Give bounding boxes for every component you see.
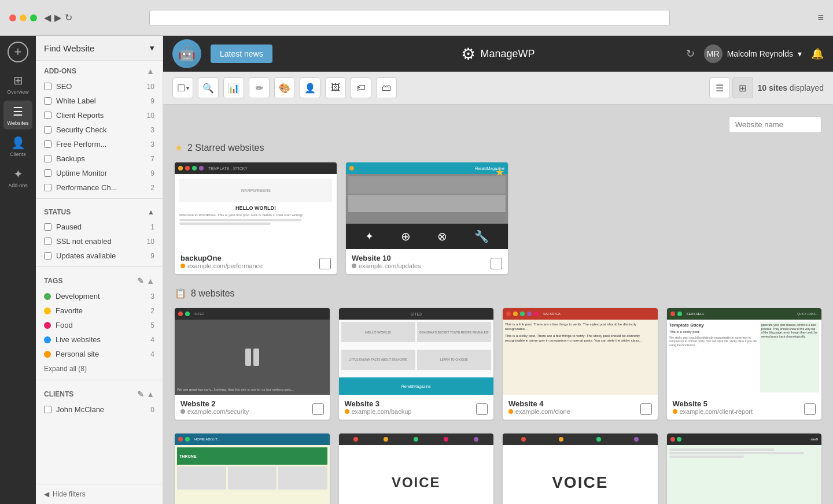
filter-white-label[interactable]: White Label 9 xyxy=(36,94,163,108)
filter-security-check-count: 3 xyxy=(150,126,154,134)
filter-seo-checkbox[interactable] xyxy=(44,83,51,90)
website-card-website2-checkbox[interactable] xyxy=(312,403,324,415)
filter-tag-live-websites[interactable]: Live websites 4 xyxy=(36,332,163,347)
find-website-header[interactable]: Find Website ▾ xyxy=(36,36,163,61)
overlay-tools-icon[interactable]: 🔧 xyxy=(474,229,489,243)
filter-ssl[interactable]: SSL not enabled 10 xyxy=(36,234,163,249)
find-website-label: Find Website xyxy=(44,43,94,53)
filter-tag-personal-site[interactable]: Personal site 4 xyxy=(36,347,163,361)
filter-ssl-checkbox[interactable] xyxy=(44,238,51,245)
tags-edit-icon[interactable]: ✎ xyxy=(137,276,144,286)
maximize-traffic-light[interactable] xyxy=(30,14,37,21)
filter-free-performance[interactable]: Free Perform... 3 xyxy=(36,137,163,151)
website-card-website3-checkbox[interactable] xyxy=(476,403,488,415)
website-card-website8[interactable]: VOICE Website 8 example.com/voice xyxy=(503,433,658,504)
filter-tag-development-count: 3 xyxy=(150,292,154,301)
addons-collapse-icon[interactable]: ▲ xyxy=(146,66,154,76)
add-website-button[interactable]: + xyxy=(8,42,28,62)
user-menu-button[interactable]: MR Malcolm Reynolds ▾ xyxy=(704,45,802,63)
filter-performance-ch[interactable]: Performance Ch... 2 xyxy=(36,180,163,195)
filter-performance-ch-count: 2 xyxy=(150,184,154,192)
status-collapse-icon[interactable]: ▲ xyxy=(148,208,154,216)
clients-collapse-icon[interactable]: ▲ xyxy=(146,390,154,399)
edit-button[interactable]: ✏ xyxy=(249,77,270,98)
website-card-website7[interactable]: VOICE Website 7 example.com/label xyxy=(339,433,494,504)
reload-button[interactable]: ↻ xyxy=(65,12,72,23)
filter-performance-ch-checkbox[interactable] xyxy=(44,184,51,191)
filter-uptime-monitor[interactable]: Uptime Monitor 9 xyxy=(36,166,163,180)
filter-paused-checkbox[interactable] xyxy=(44,223,51,231)
analytics-button[interactable]: 📊 xyxy=(223,77,244,98)
back-button[interactable]: ◀ xyxy=(44,12,51,23)
filter-updates-checkbox[interactable] xyxy=(44,252,51,260)
website-card-website4-url-text: example.com/clone xyxy=(515,408,570,415)
overlay-update-icon[interactable]: ✦ xyxy=(365,230,374,243)
browser-menu-icon[interactable]: ≡ xyxy=(817,12,824,24)
website-name-sort-input[interactable] xyxy=(729,116,821,133)
filter-free-performance-checkbox[interactable] xyxy=(44,140,51,148)
website-card-website2[interactable]: SITE2 We are great but early...Nothing, … xyxy=(175,308,330,420)
tags-section-label: Tags xyxy=(44,277,62,285)
expand-all-button[interactable]: Expand all (8) xyxy=(36,361,163,376)
overlay-settings-icon[interactable]: ⊗ xyxy=(437,229,447,243)
overlay-wp-icon[interactable]: ⊕ xyxy=(401,229,411,243)
hide-filters-button[interactable]: ◀ Hide filters xyxy=(36,484,163,504)
clients-section-controls[interactable]: ✎ ▲ xyxy=(137,390,154,399)
archive-button[interactable]: 🗃 xyxy=(376,77,397,98)
latest-news-button[interactable]: Latest news xyxy=(211,45,272,63)
grid-view-button[interactable]: ⊞ xyxy=(732,77,753,98)
website-card-website6[interactable]: HOME ABOUT... THRONE xyxy=(175,433,330,504)
minimize-traffic-light[interactable] xyxy=(20,14,27,21)
filter-tag-favorite[interactable]: Favorite 2 xyxy=(36,303,163,318)
filter-backups[interactable]: Backups 7 xyxy=(36,151,163,166)
website-card-website10-checkbox[interactable] xyxy=(491,258,502,269)
filter-security-check[interactable]: Security Check 3 xyxy=(36,123,163,137)
tags-collapse-icon[interactable]: ▲ xyxy=(146,276,154,286)
website-card-website3[interactable]: SITE3 HELLO WORLD! GRANDMA'S SECRET YOUT… xyxy=(339,308,494,420)
filter-white-label-checkbox[interactable] xyxy=(44,97,51,105)
addons-section-controls[interactable]: ▲ xyxy=(146,66,154,76)
website-card-website4-checkbox[interactable] xyxy=(640,403,652,415)
filter-client-reports-checkbox[interactable] xyxy=(44,112,51,119)
website-card-website10-overlay: ✦ ⊕ ⊗ 🔧 xyxy=(346,224,508,249)
website-card-website5[interactable]: SEASHELL QUICK LINKS... Template Sticky … xyxy=(667,308,822,420)
sidebar-item-overview[interactable]: ⊞ Overview xyxy=(3,69,32,98)
filter-security-check-checkbox[interactable] xyxy=(44,126,51,134)
filter-backups-checkbox[interactable] xyxy=(44,155,51,162)
website-card-website10[interactable]: ĤeraldMagazine ✦ ⊕ xyxy=(346,162,508,274)
filter-paused[interactable]: Paused 1 xyxy=(36,220,163,234)
filter-seo[interactable]: SEO 10 xyxy=(36,79,163,94)
filter-uptime-monitor-checkbox[interactable] xyxy=(44,169,51,177)
sidebar-item-addons[interactable]: ✦ Add-ons xyxy=(3,163,32,192)
notification-button[interactable]: 🔔 xyxy=(811,47,824,60)
url-bar[interactable] xyxy=(149,10,670,26)
sidebar-item-clients[interactable]: 👤 Clients xyxy=(3,132,32,161)
website-card-website10-thumbnail: ĤeraldMagazine ✦ ⊕ xyxy=(346,162,508,249)
search-button[interactable]: 🔍 xyxy=(198,77,219,98)
sidebar-item-websites[interactable]: ☰ Websites xyxy=(3,101,32,129)
filter-tag-development[interactable]: Development 3 xyxy=(36,289,163,303)
refresh-button[interactable]: ↻ xyxy=(686,47,695,60)
filter-updates[interactable]: Updates available 9 xyxy=(36,249,163,263)
clients-edit-icon[interactable]: ✎ xyxy=(137,390,144,399)
theme-button[interactable]: 🎨 xyxy=(274,77,295,98)
website-card-backupone[interactable]: TEMPLATE - STICKY WARPWREENS HELLO WORLD… xyxy=(175,162,337,274)
website-card-backupone-checkbox[interactable] xyxy=(319,258,331,269)
sidebar-item-overview-label: Overview xyxy=(7,89,29,95)
list-view-button[interactable]: ☰ xyxy=(709,77,730,98)
filter-tag-food[interactable]: Food 5 xyxy=(36,318,163,332)
tags-section-controls[interactable]: ✎ ▲ xyxy=(137,276,154,286)
users-button[interactable]: 👤 xyxy=(300,77,320,98)
select-button[interactable]: ☐ ▾ xyxy=(172,77,193,98)
website-card-website9[interactable]: site9 site9 xyxy=(667,433,822,504)
forward-button[interactable]: ▶ xyxy=(54,12,61,23)
filter-client-john-checkbox[interactable] xyxy=(44,406,51,413)
tags-button[interactable]: 🏷 xyxy=(351,77,371,98)
content-area[interactable]: ★ 2 Starred websites xyxy=(163,105,833,504)
filter-client-john[interactable]: John McClane 0 xyxy=(36,402,163,417)
filter-client-reports[interactable]: Client Reports 10 xyxy=(36,108,163,123)
website-card-website5-checkbox[interactable] xyxy=(804,403,816,415)
media-button[interactable]: 🖼 xyxy=(325,77,346,98)
close-traffic-light[interactable] xyxy=(9,14,16,21)
website-card-website4[interactable]: SAI KRICA This is a link post. There are… xyxy=(503,308,658,420)
